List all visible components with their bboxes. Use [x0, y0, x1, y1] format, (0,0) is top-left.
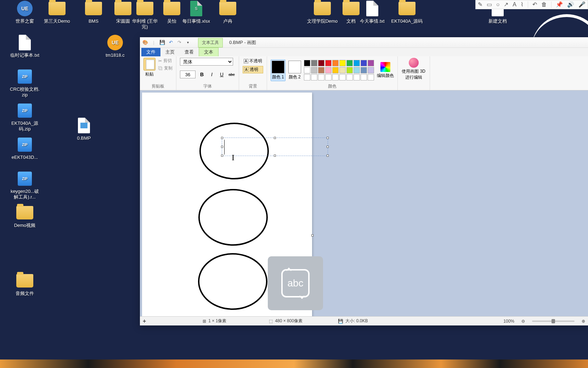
- color-swatch[interactable]: [332, 74, 339, 80]
- transparent-button[interactable]: A透明: [243, 66, 263, 73]
- dimensions-icon: ⬚: [269, 319, 273, 324]
- blur-icon[interactable]: ⌇: [521, 2, 524, 7]
- color-swatch[interactable]: [339, 74, 346, 80]
- desktop-icon[interactable]: ZIPCRC校验文档.zip: [9, 68, 41, 98]
- canvas-handle-right[interactable]: [311, 234, 313, 236]
- color-swatch[interactable]: [354, 74, 360, 80]
- desktop-icon[interactable]: EKT040A_源码: [391, 0, 423, 24]
- desktop-icon[interactable]: 0.BMP: [68, 117, 100, 141]
- desktop-icon[interactable]: 今天事情.txt: [356, 0, 388, 24]
- tab-home[interactable]: 主页: [160, 48, 180, 56]
- color-swatch[interactable]: [318, 74, 324, 80]
- canvas-area[interactable]: I: [140, 90, 588, 316]
- desktop-icon[interactable]: 文理学院Demo: [306, 0, 338, 24]
- titlebar: 🎨 | 💾 ↶ ↷ ▾ 文本工具 0.BMP - 画图: [140, 37, 588, 48]
- window-title: 0.BMP - 画图: [229, 39, 256, 46]
- status-dimensions: ⬚480 × 800像素: [269, 318, 303, 324]
- desktop-icon[interactable]: ZIPkeygen20...破解工具).r...: [9, 170, 41, 200]
- desktop-icon[interactable]: BMS: [78, 0, 109, 24]
- desktop-icon[interactable]: Demo视频: [9, 204, 41, 228]
- status-bar: + ⊞1 × 1像素 ⬚480 × 800像素 💾大小: 0.0KB 100% …: [140, 316, 588, 325]
- color2-button[interactable]: 颜色 2: [288, 61, 301, 80]
- color-swatch[interactable]: [311, 67, 317, 73]
- text-box[interactable]: [222, 138, 328, 156]
- color-swatch[interactable]: [361, 60, 367, 66]
- rect-icon[interactable]: ▭: [487, 2, 492, 7]
- status-cursor: ⊞1 × 1像素: [203, 318, 226, 324]
- desktop-icon[interactable]: 临时记事本.txt: [9, 34, 41, 58]
- mic-icon[interactable]: 🎤: [578, 2, 586, 7]
- zoom-in-button[interactable]: ⊕: [582, 319, 585, 324]
- color-swatch[interactable]: [332, 60, 339, 66]
- tab-text[interactable]: 文本: [199, 48, 219, 56]
- font-family-select[interactable]: 黑体: [180, 58, 233, 66]
- desktop-icon[interactable]: 音频文件: [9, 272, 41, 296]
- underline-button[interactable]: U: [218, 71, 225, 78]
- wallpaper-bottom: [0, 359, 588, 368]
- zoom-out-button[interactable]: ⊖: [521, 319, 525, 324]
- qat-dropdown[interactable]: ▾: [185, 39, 191, 46]
- paint3d-button[interactable]: 使用画图 3D 进行编辑: [401, 58, 426, 80]
- status-plus[interactable]: +: [143, 318, 146, 324]
- copy-button[interactable]: ⿻复制: [158, 65, 173, 71]
- color-swatch[interactable]: [368, 60, 374, 66]
- ribbon-group-background: A不透明 A透明 背景: [239, 56, 267, 90]
- tab-file[interactable]: 文件: [141, 48, 160, 56]
- tab-view[interactable]: 查看: [180, 48, 199, 56]
- sound-icon[interactable]: 🔊: [567, 2, 574, 7]
- ribbon: 粘贴 ✂剪切 ⿻复制 剪贴板 黑体 B I U abc: [140, 56, 588, 90]
- status-filesize: 💾大小: 0.0KB: [338, 318, 368, 324]
- color-swatch[interactable]: [304, 67, 310, 73]
- paste-button[interactable]: 粘贴: [143, 58, 156, 77]
- cut-button[interactable]: ✂剪切: [158, 58, 173, 64]
- color-swatch[interactable]: [304, 74, 310, 80]
- italic-button[interactable]: I: [208, 71, 215, 78]
- desktop-icon[interactable]: 卢冉: [212, 0, 244, 24]
- delete-icon[interactable]: 🗑: [541, 2, 547, 7]
- color-swatch[interactable]: [339, 60, 346, 66]
- color-swatch[interactable]: [318, 60, 324, 66]
- desktop-icon[interactable]: UEtm1818.c: [99, 34, 131, 58]
- color-swatch[interactable]: [361, 74, 367, 80]
- desktop-icon[interactable]: UE世界之窗: [9, 0, 41, 24]
- color-swatch[interactable]: [361, 67, 367, 73]
- text-icon[interactable]: A: [513, 2, 516, 7]
- ribbon-group-colors: 颜色 1 颜色 2 编辑颜色 颜色: [267, 56, 398, 90]
- color-swatch[interactable]: [354, 67, 360, 73]
- save-button[interactable]: 💾: [159, 39, 165, 46]
- color-swatch[interactable]: [311, 74, 317, 80]
- color-swatch[interactable]: [304, 60, 310, 66]
- desktop-icon[interactable]: S每日事情.xlsx: [180, 0, 212, 24]
- desktop-icon[interactable]: ZIPEKT040A_源码.zip: [9, 102, 41, 132]
- color-swatch[interactable]: [332, 67, 339, 73]
- color-swatch[interactable]: [346, 60, 353, 66]
- edit-colors-button[interactable]: 编辑颜色: [377, 62, 394, 79]
- undo-icon[interactable]: ↶: [532, 2, 537, 7]
- color-swatch[interactable]: [325, 74, 332, 80]
- arrow-icon[interactable]: ↗: [504, 2, 508, 7]
- scissors-icon: ✂: [158, 58, 162, 63]
- color-swatch[interactable]: [346, 67, 353, 73]
- redo-button[interactable]: ↷: [176, 39, 182, 46]
- color-swatch[interactable]: [325, 67, 332, 73]
- color-swatch[interactable]: [339, 67, 346, 73]
- zoom-slider[interactable]: [532, 320, 575, 322]
- color1-button[interactable]: 颜色 1: [271, 60, 285, 81]
- circle-icon[interactable]: ○: [496, 2, 500, 7]
- desktop-icon[interactable]: ZIPeEKT043D...: [9, 136, 41, 160]
- strike-button[interactable]: abc: [228, 71, 235, 78]
- color-swatch[interactable]: [346, 74, 353, 80]
- font-size-input[interactable]: [180, 71, 196, 78]
- color-swatch[interactable]: [325, 60, 332, 66]
- undo-button[interactable]: ↶: [168, 39, 174, 46]
- opaque-button[interactable]: A不透明: [243, 58, 263, 65]
- color-swatch[interactable]: [354, 60, 360, 66]
- color-swatch[interactable]: [368, 74, 374, 80]
- pencil-icon[interactable]: ✎: [478, 2, 482, 7]
- desktop-icon[interactable]: 第三天Demo: [41, 0, 73, 24]
- color-swatch[interactable]: [318, 67, 324, 73]
- pin-icon[interactable]: 📌: [556, 2, 563, 7]
- color-swatch[interactable]: [311, 60, 317, 66]
- color-swatch[interactable]: [368, 67, 374, 73]
- bold-button[interactable]: B: [198, 71, 205, 78]
